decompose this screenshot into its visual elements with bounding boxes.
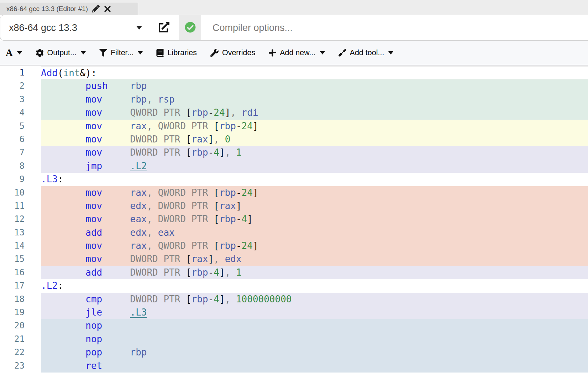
asm-token — [41, 267, 85, 278]
line-number[interactable]: 6 — [0, 133, 41, 146]
asm-token — [180, 294, 186, 304]
asm-token: DWORD PTR — [158, 201, 208, 211]
asm-token: , — [147, 94, 158, 105]
compiler-picker[interactable]: x86-64 gcc 13.3 — [0, 15, 149, 40]
line-number[interactable]: 7 — [0, 146, 41, 159]
label-link[interactable]: .L3 — [130, 307, 147, 318]
asm-code-line[interactable]: nop — [41, 333, 588, 346]
asm-token — [102, 147, 130, 158]
editor-tab[interactable]: x86-64 gcc 13.3 (Editor #1) — [0, 2, 138, 15]
add-new-button[interactable]: Add new... — [269, 48, 325, 57]
external-link-icon — [159, 22, 169, 34]
asm-token — [102, 214, 130, 224]
line-number[interactable]: 8 — [0, 160, 41, 173]
line-number[interactable]: 14 — [0, 239, 41, 253]
asm-token: ( — [58, 68, 63, 78]
chevron-down-icon — [17, 51, 22, 54]
line-number[interactable]: 12 — [0, 213, 41, 226]
asm-code-line[interactable]: pop rbp — [41, 346, 588, 359]
asm-code-line[interactable]: push rbp — [41, 79, 588, 93]
close-tab-icon[interactable] — [104, 5, 111, 12]
line-number[interactable]: 11 — [0, 199, 41, 213]
asm-code-line[interactable]: .L2: — [41, 279, 588, 292]
line-number[interactable]: 23 — [0, 359, 41, 373]
libraries-label: Libraries — [167, 48, 196, 57]
asm-code-line[interactable]: mov DWORD PTR [rax], edx — [41, 253, 588, 266]
asm-code-line[interactable]: add edx, eax — [41, 226, 588, 239]
asm-token: [ — [214, 201, 219, 211]
compiler-options-input[interactable] — [201, 15, 588, 40]
label-link[interactable]: .L2 — [130, 161, 147, 171]
asm-token: 4 — [214, 147, 219, 158]
asm-code-line[interactable]: mov rax, QWORD PTR [rbp-24] — [41, 239, 588, 253]
line-number[interactable]: 9 — [0, 173, 41, 186]
line-number[interactable]: 18 — [0, 293, 41, 306]
asm-code-line[interactable]: mov rax, QWORD PTR [rbp-24] — [41, 186, 588, 199]
asm-token: mov — [85, 134, 102, 145]
asm-code-line[interactable]: mov rbp, rsp — [41, 93, 588, 106]
asm-code-line[interactable]: cmp DWORD PTR [rbp-4], 1000000000 — [41, 293, 588, 306]
asm-code-line[interactable]: mov rax, QWORD PTR [rbp-24] — [41, 120, 588, 133]
asm-token — [41, 294, 85, 304]
line-number[interactable]: 1 — [0, 66, 41, 79]
line-number[interactable]: 22 — [0, 346, 41, 359]
line-number[interactable]: 5 — [0, 120, 41, 133]
line-number[interactable]: 17 — [0, 279, 41, 292]
asm-code-line[interactable]: add DWORD PTR [rbp-4], 1 — [41, 266, 588, 279]
asm-token: [ — [186, 147, 191, 158]
asm-token: ] — [208, 254, 214, 264]
rename-tab-pencil-icon[interactable] — [92, 5, 100, 12]
asm-token: 24 — [214, 107, 225, 118]
line-number[interactable]: 10 — [0, 186, 41, 199]
font-size-button[interactable]: A — [6, 47, 22, 58]
asm-token — [208, 201, 214, 211]
compile-status[interactable] — [179, 15, 201, 40]
line-number[interactable]: 3 — [0, 93, 41, 106]
overrides-button[interactable]: Overrides — [210, 48, 255, 57]
asm-code-line[interactable]: nop — [41, 319, 588, 332]
asm-token: ] — [253, 121, 258, 131]
asm-token — [102, 107, 130, 118]
line-number[interactable]: 19 — [0, 306, 41, 319]
output-button[interactable]: Output... — [36, 48, 86, 57]
line-number[interactable]: 20 — [0, 319, 41, 332]
libraries-button[interactable]: Libraries — [156, 48, 196, 57]
asm-line: 5 mov rax, QWORD PTR [rbp-24] — [0, 120, 588, 133]
line-number[interactable]: 2 — [0, 79, 41, 93]
asm-code-line[interactable]: jle .L3 — [41, 306, 588, 319]
asm-token — [41, 320, 85, 331]
line-number[interactable]: 4 — [0, 106, 41, 119]
line-number[interactable]: 21 — [0, 333, 41, 346]
asm-token — [41, 80, 85, 91]
add-tool-button[interactable]: Add tool... — [338, 48, 394, 57]
asm-token: rbp — [130, 347, 147, 358]
asm-code-line[interactable]: ret — [41, 359, 588, 373]
asm-code-line[interactable]: mov edx, DWORD PTR [rax] — [41, 199, 588, 213]
asm-token: [ — [214, 187, 219, 198]
asm-token: pop — [85, 347, 102, 358]
asm-token: rax — [130, 121, 147, 131]
tab-title: x86-64 gcc 13.3 (Editor #1) — [6, 5, 88, 13]
asm-code-line[interactable]: Add(int&): — [41, 66, 588, 79]
asm-token: mov — [85, 187, 102, 198]
asm-code-line[interactable]: jmp .L2 — [41, 160, 588, 173]
asm-token — [41, 94, 85, 105]
asm-token: , — [214, 134, 225, 145]
line-number[interactable]: 13 — [0, 226, 41, 239]
line-number[interactable]: 15 — [0, 253, 41, 266]
asm-token: add — [85, 267, 102, 278]
asm-code-line[interactable]: mov DWORD PTR [rbp-4], 1 — [41, 146, 588, 159]
asm-code-line[interactable]: mov eax, DWORD PTR [rbp-4] — [41, 213, 588, 226]
code-area: 1Add(int&):2 push rbp3 mov rbp, rsp4 mov… — [0, 66, 588, 373]
asm-token: ret — [85, 360, 102, 371]
filter-button[interactable]: Filter... — [99, 48, 143, 57]
screwdriver-icon — [338, 49, 346, 57]
asm-code-line[interactable]: mov QWORD PTR [rbp-24], rdi — [41, 106, 588, 119]
asm-token: edx — [130, 201, 147, 211]
asm-code-line[interactable]: mov DWORD PTR [rax], 0 — [41, 133, 588, 146]
open-compiler-in-new-window-button[interactable] — [149, 15, 179, 40]
asm-token: [ — [214, 214, 219, 224]
line-number[interactable]: 16 — [0, 266, 41, 279]
asm-code-line[interactable]: .L3: — [41, 173, 588, 186]
asm-token — [102, 267, 130, 278]
